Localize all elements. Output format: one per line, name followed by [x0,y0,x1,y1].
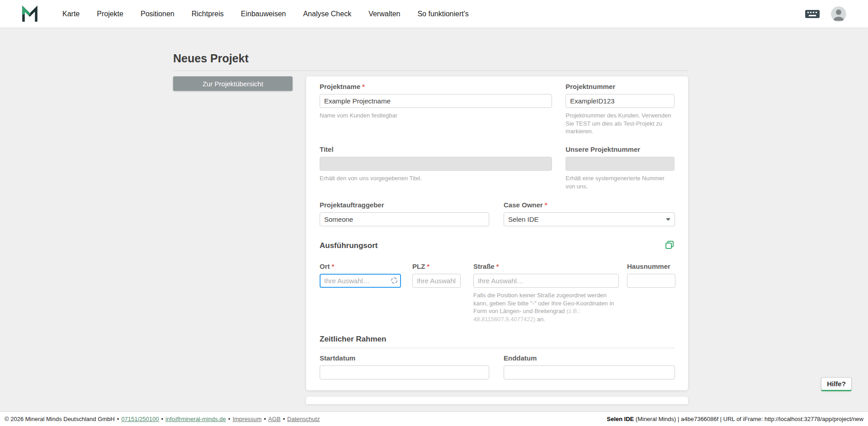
unsere-projektnummer-label: Unsere Projektnummer [566,145,675,154]
case-owner-select[interactable]: Selen IDE [504,212,675,226]
footer-session-info: Selen IDE (Mineral Minds) | a4be7366086f… [607,416,863,422]
footer-agb-link[interactable]: AGB [268,416,280,422]
projektname-helper: Name vom Kunden festlegbar [320,112,552,120]
field-strasse: Straße* Falls die Position keiner Straße… [473,262,619,323]
startdatum-label: Startdatum [320,354,489,362]
field-plz: PLZ* [412,262,461,288]
field-hausnummer: Hausnummer [627,262,675,288]
project-form-card: Projektname* Name vom Kunden festlegbar … [306,76,688,390]
strasse-helper: Falls die Position keiner Straße zugeord… [473,291,619,323]
projektauftraggeber-input[interactable] [320,212,489,226]
titel-helper: Erhält den von uns vorgegebenen Titel. [320,174,552,183]
nav-richtpreis[interactable]: Richtpreis [192,10,224,18]
strasse-helper-suffix: an. [535,316,545,323]
keyboard-icon[interactable] [805,9,820,19]
main-nav: Karte Projekte Positionen Richtpreis Ein… [62,10,469,18]
titel-label: Titel [320,145,552,154]
user-icon [831,6,846,22]
hausnummer-input[interactable] [627,274,675,288]
footer-bullet: • [228,416,231,422]
back-to-project-overview-button[interactable]: Zur Projektübersicht [173,76,292,91]
footer: © 2026 Mineral Minds Deutschland GmbH • … [0,412,868,426]
footer-copyright: © 2026 Mineral Minds Deutschland GmbH [5,416,115,422]
projektname-required-asterisk: * [362,83,365,90]
help-button[interactable]: Hilfe? [821,377,852,391]
page-title: Neues Projekt [173,52,249,65]
footer-email-link[interactable]: info@mineral-minds.de [165,416,226,422]
plz-input[interactable] [412,274,461,288]
field-ort: Ort* [320,262,401,288]
field-enddatum: Enddatum [504,354,675,379]
field-startdatum: Startdatum [320,354,489,379]
navbar-right [805,6,846,22]
footer-user-name: Selen IDE [607,416,634,422]
ort-label: Ort* [320,262,401,271]
strasse-label: Straße* [473,262,619,271]
footer-impressum-link[interactable]: Impressum [232,416,261,422]
case-owner-label: Case Owner* [504,201,675,209]
footer-bullet: • [283,416,285,422]
plz-required-asterisk: * [427,262,429,270]
zeitlicher-rahmen-heading: Zeitlicher Rahmen [320,335,386,344]
footer-bullet: • [117,416,119,422]
case-owner-required-asterisk: * [545,201,547,209]
logo[interactable] [21,5,39,23]
navbar: Karte Projekte Positionen Richtpreis Ein… [0,0,868,28]
case-owner-label-text: Case Owner [504,201,543,209]
mineral-minds-logo-icon [21,5,39,23]
field-projektauftraggeber: Projektauftraggeber [320,201,489,226]
footer-datenschutz-link[interactable]: Datenschutz [287,416,320,422]
projektnummer-helper: Projektnummer des Kunden. Verwenden Sie … [566,112,675,136]
ort-input-wrap [320,274,401,288]
field-unsere-projektnummer: Unsere Projektnummer Erhält eine systemg… [566,145,675,190]
nav-einbauweisen[interactable]: Einbauweisen [241,10,286,18]
ort-required-asterisk: * [332,262,335,270]
strasse-required-asterisk: * [496,262,499,270]
duplicate-icon[interactable] [665,240,675,250]
chevron-down-icon [666,218,670,221]
title-divider [173,70,688,71]
next-section-card-partial [306,397,688,404]
ort-input[interactable] [320,274,401,288]
field-projektnummer: Projektnummer Projektnummer des Kunden. … [566,83,675,136]
strasse-input[interactable] [473,274,619,288]
enddatum-label: Enddatum [504,354,675,362]
footer-bullet: • [161,416,163,422]
loading-spinner-icon [391,277,397,284]
unsere-projektnummer-helper: Erhält eine systemgenerierte Nummer von … [566,174,675,190]
enddatum-input[interactable] [504,365,675,379]
strasse-helper-main: Falls die Position keiner Straße zugeord… [473,292,614,314]
nav-positionen[interactable]: Positionen [141,10,175,18]
nav-karte[interactable]: Karte [62,10,80,18]
projektname-label: Projektname* [320,83,552,91]
case-owner-selected-value: Selen IDE [508,215,539,223]
footer-phone-link[interactable]: 07151/250100 [121,416,159,422]
nav-so-funktionierts[interactable]: So funktioniert's [417,10,468,18]
projektnummer-label: Projektnummer [566,83,675,91]
field-titel: Titel Erhält den von uns vorgegebenen Ti… [320,145,552,183]
hausnummer-label: Hausnummer [627,262,675,271]
ort-label-text: Ort [320,262,330,270]
projektname-label-text: Projektname [320,83,360,90]
plz-label-text: PLZ [412,262,425,270]
projektnummer-input[interactable] [566,94,675,108]
ausfuehrungsort-heading: Ausführungsort [320,241,377,250]
titel-input [320,157,552,171]
nav-verwalten[interactable]: Verwalten [368,10,400,18]
plz-label: PLZ* [412,262,461,271]
nav-projekte[interactable]: Projekte [97,10,123,18]
avatar[interactable] [831,6,846,22]
field-projektname: Projektname* Name vom Kunden festlegbar [320,83,552,120]
strasse-label-text: Straße [473,262,495,270]
footer-left: © 2026 Mineral Minds Deutschland GmbH • … [5,416,320,422]
unsere-projektnummer-input [566,157,675,171]
zeitlicher-rahmen-divider [320,348,675,348]
field-case-owner: Case Owner* Selen IDE [504,201,675,226]
nav-analyse-check[interactable]: Analyse Check [303,10,351,18]
projektname-input[interactable] [320,94,552,108]
projektauftraggeber-label: Projektauftraggeber [320,201,489,209]
startdatum-input[interactable] [320,365,489,379]
footer-bullet: • [264,416,266,422]
footer-user-details: (Mineral Minds) | a4be7366086f | URL of … [634,416,863,422]
